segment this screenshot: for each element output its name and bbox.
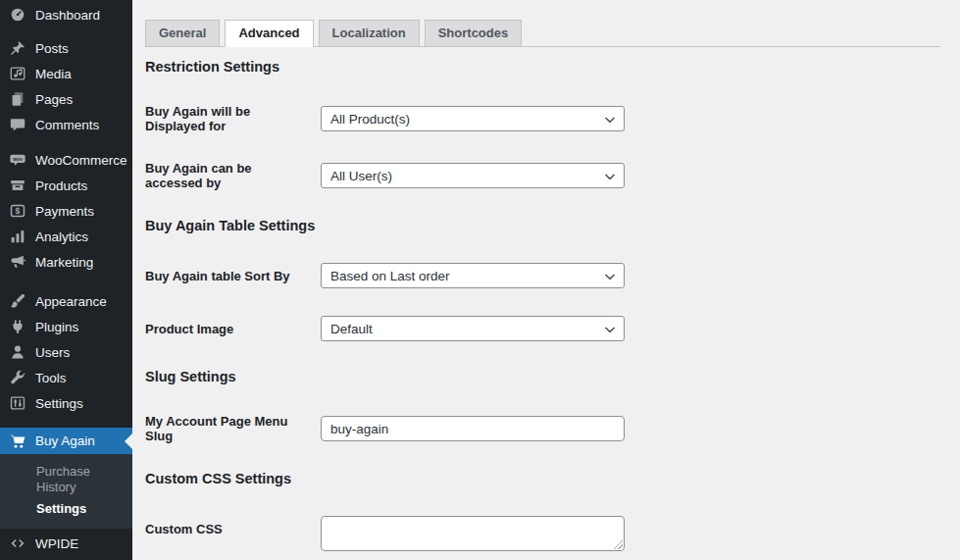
woocommerce-icon: woo	[9, 151, 26, 169]
settings-form: Restriction Settings Buy Again will be D…	[145, 59, 940, 560]
sidebar-item-products[interactable]: Products	[0, 173, 132, 198]
buy-again-submenu: Purchase History Settings	[0, 454, 132, 529]
tab-general[interactable]: General	[145, 20, 220, 47]
submenu-item-settings[interactable]: Settings	[0, 498, 132, 520]
select-value: Based on Last order	[330, 269, 450, 283]
form-row-product-image: Product Image Default	[145, 316, 940, 341]
sidebar-item-settings[interactable]: Settings	[0, 390, 132, 416]
section-heading-table-settings: Buy Again Table Settings	[145, 218, 940, 233]
sidebar-item-appearance[interactable]: Appearance	[0, 288, 132, 314]
comments-icon	[9, 116, 26, 133]
settings-sliders-icon	[9, 394, 26, 412]
settings-tabs: General Advanced Localization Shortcodes	[145, 20, 940, 47]
analytics-icon	[9, 228, 26, 245]
select-value: All User(s)	[330, 169, 392, 183]
active-item-notch	[125, 433, 132, 449]
sidebar-item-dashboard[interactable]: Dashboard	[0, 2, 132, 27]
form-row-sort-by: Buy Again table Sort By Based on Last or…	[145, 263, 940, 288]
sidebar-item-buy-again[interactable]: Buy Again	[0, 428, 132, 454]
field-label: Product Image	[145, 322, 321, 336]
sidebar-item-analytics[interactable]: Analytics	[0, 224, 132, 249]
sidebar-item-posts[interactable]: Posts	[0, 35, 132, 61]
custom-css-textarea[interactable]	[321, 516, 625, 551]
media-icon	[9, 65, 26, 82]
sidebar-item-label: Tools	[35, 371, 67, 385]
cart-icon	[9, 433, 26, 450]
accessed-by-select[interactable]: All User(s)	[321, 163, 625, 188]
sidebar-item-label: Dashboard	[35, 8, 100, 23]
sidebar-item-label: Buy Again	[35, 433, 95, 448]
products-icon	[9, 177, 26, 194]
field-label: My Account Page Menu Slug	[145, 414, 321, 443]
pages-icon	[9, 90, 26, 108]
sidebar-item-media[interactable]: Media	[0, 61, 132, 86]
code-icon	[9, 535, 26, 552]
sidebar-item-label: Pages	[35, 92, 73, 107]
pushpin-icon	[9, 39, 26, 57]
sidebar-item-tools[interactable]: Tools	[0, 365, 132, 390]
submenu-item-label: Settings	[36, 501, 86, 516]
submenu-item-label: Purchase History	[36, 464, 90, 494]
svg-text:woo: woo	[12, 157, 23, 162]
sidebar-item-marketing[interactable]: Marketing	[0, 249, 132, 275]
field-label: Buy Again will be Displayed for	[145, 104, 321, 133]
form-row-custom-css: Custom CSS	[145, 516, 940, 551]
section-heading-custom-css: Custom CSS Settings	[145, 471, 940, 486]
product-image-select[interactable]: Default	[321, 316, 625, 341]
sidebar-item-label: Posts	[35, 41, 69, 56]
select-value: All Product(s)	[330, 112, 410, 127]
field-label: Custom CSS	[145, 516, 321, 536]
tab-localization[interactable]: Localization	[319, 20, 420, 47]
sidebar-item-woocommerce[interactable]: woo WooCommerce	[0, 147, 132, 173]
sidebar-item-label: Settings	[35, 396, 83, 411]
svg-text:$: $	[16, 206, 21, 216]
sidebar-item-label: Marketing	[35, 255, 93, 270]
select-value: Default	[330, 322, 373, 336]
menu-slug-input[interactable]	[321, 416, 625, 441]
users-icon	[9, 343, 26, 361]
sidebar-item-users[interactable]: Users	[0, 339, 132, 365]
wrench-icon	[9, 369, 26, 386]
sidebar-item-label: Payments	[35, 204, 94, 219]
sidebar-item-label: Products	[35, 178, 87, 193]
sidebar-item-comments[interactable]: Comments	[0, 112, 132, 137]
field-label: Buy Again table Sort By	[145, 269, 321, 283]
chevron-down-icon	[602, 112, 618, 127]
resize-grip-icon[interactable]	[614, 540, 623, 549]
main-content: General Advanced Localization Shortcodes…	[132, 0, 960, 560]
field-label: Buy Again can be accessed by	[145, 161, 321, 190]
form-row-displayed-for: Buy Again will be Displayed for All Prod…	[145, 104, 940, 133]
sidebar-item-wp-editor[interactable]: WP Editor	[0, 556, 132, 560]
sidebar-item-label: WooCommerce	[35, 153, 127, 168]
tab-shortcodes[interactable]: Shortcodes	[425, 20, 523, 47]
sidebar-item-label: Appearance	[35, 294, 107, 309]
chevron-down-icon	[602, 269, 618, 284]
sidebar-item-wpide[interactable]: WPIDE	[0, 531, 132, 556]
section-heading-slug-settings: Slug Settings	[145, 369, 940, 384]
sort-by-select[interactable]: Based on Last order	[321, 263, 625, 288]
tab-advanced[interactable]: Advanced	[225, 20, 313, 47]
payments-icon: $	[9, 202, 26, 220]
submenu-item-purchase-history[interactable]: Purchase History	[0, 461, 132, 498]
displayed-for-select[interactable]: All Product(s)	[321, 106, 625, 131]
section-heading-restriction: Restriction Settings	[145, 59, 940, 75]
sidebar-item-label: Media	[35, 67, 72, 81]
sidebar-item-label: Comments	[35, 118, 99, 132]
chevron-down-icon	[602, 322, 618, 337]
admin-sidebar: Dashboard Posts Media Pages Comments woo…	[0, 0, 132, 560]
sidebar-item-label: WPIDE	[35, 536, 78, 551]
megaphone-icon	[9, 253, 26, 271]
sidebar-item-label: Analytics	[35, 229, 88, 244]
sidebar-item-label: Users	[35, 345, 70, 360]
plugin-icon	[9, 318, 26, 335]
sidebar-item-plugins[interactable]: Plugins	[0, 314, 132, 339]
sidebar-item-payments[interactable]: $ Payments	[0, 198, 132, 224]
sidebar-item-label: Plugins	[35, 320, 78, 334]
custom-css-wrap	[321, 516, 625, 551]
form-row-menu-slug: My Account Page Menu Slug	[145, 414, 940, 443]
chevron-down-icon	[602, 169, 618, 184]
sidebar-item-pages[interactable]: Pages	[0, 86, 132, 112]
appearance-brush-icon	[9, 292, 26, 310]
form-row-accessed-by: Buy Again can be accessed by All User(s)	[145, 161, 940, 190]
dashboard-icon	[9, 6, 26, 24]
